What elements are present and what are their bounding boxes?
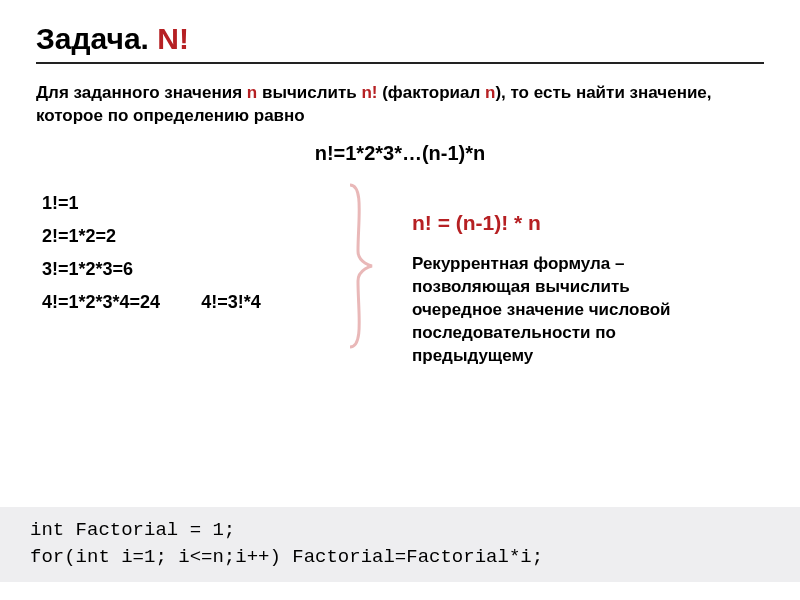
intro-p2: вычислить <box>257 83 361 102</box>
title-red: N! <box>157 22 189 55</box>
middle-row: 1!=1 2!=1*2=2 3!=1*2*3=6 4!=1*2*3*4=24 4… <box>36 181 764 368</box>
recurrence-explanation: Рекуррентная формула – позволяющая вычис… <box>412 253 712 368</box>
fact-1: 1!=1 <box>42 193 342 214</box>
intro-p1: Для заданного значения <box>36 83 247 102</box>
recurrence-formula: n! = (n-1)! * n <box>412 211 712 235</box>
intro-nf: n! <box>361 83 377 102</box>
fact-4-row: 4!=1*2*3*4=24 4!=3!*4 <box>42 292 342 313</box>
factorial-definition-formula: n!=1*2*3*…(n-1)*n <box>36 142 764 165</box>
recurrence-column: n! = (n-1)! * n Рекуррентная формула – п… <box>412 211 712 368</box>
intro-p3: (факториал <box>377 83 485 102</box>
factorial-examples: 1!=1 2!=1*2=2 3!=1*2*3=6 4!=1*2*3*4=24 4… <box>36 181 342 325</box>
fact-4: 4!=1*2*3*4=24 <box>42 292 160 312</box>
slide-title: Задача. N! <box>36 22 764 56</box>
fact-2: 2!=1*2=2 <box>42 226 342 247</box>
fact-4-recur: 4!=3!*4 <box>201 292 261 313</box>
fact-3: 3!=1*2*3=6 <box>42 259 342 280</box>
title-divider <box>36 62 764 64</box>
intro-paragraph: Для заданного значения n вычислить n! (ф… <box>36 82 764 128</box>
intro-n2: n <box>485 83 495 102</box>
code-block: int Factorial = 1; for(int i=1; i<=n;i++… <box>0 507 800 582</box>
title-prefix: Задача. <box>36 22 157 55</box>
intro-n1: n <box>247 83 257 102</box>
code-line-1: int Factorial = 1; <box>30 517 770 545</box>
code-line-2: for(int i=1; i<=n;i++) Factorial=Factori… <box>30 544 770 572</box>
brace-icon <box>342 181 382 351</box>
